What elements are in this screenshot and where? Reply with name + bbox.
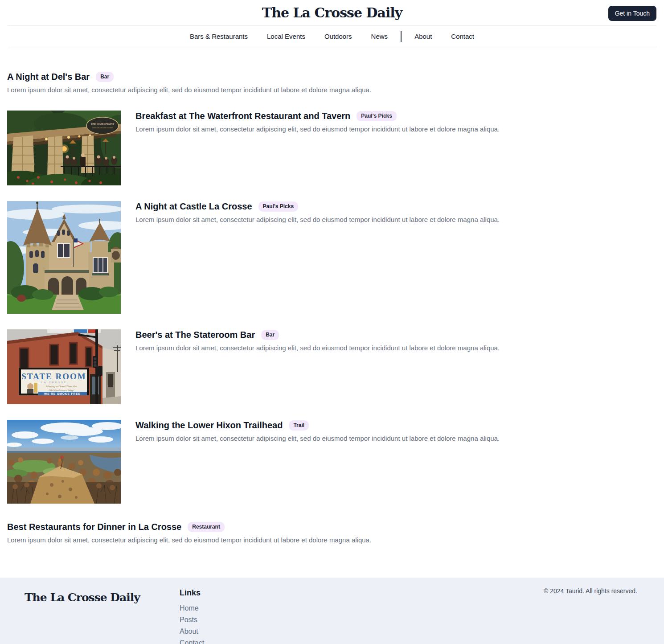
nav-item-bars-restaurants[interactable]: Bars & Restaurants — [190, 33, 248, 40]
footer-link-home[interactable]: Home — [180, 604, 199, 612]
site-footer: The La Crosse Daily Links Home Posts Abo… — [0, 578, 664, 644]
post-title[interactable]: Breakfast at The Waterfront Restaurant a… — [135, 111, 350, 121]
post-excerpt: Lorem ipsum dolor sit amet, consectetur … — [7, 535, 657, 545]
footer-link-about[interactable]: About — [180, 628, 198, 635]
nav-item-outdoors[interactable]: Outdoors — [324, 33, 352, 40]
site-header: The La Crosse Daily Get in Touch — [0, 0, 664, 25]
post-category-badge[interactable]: Bar — [261, 330, 279, 340]
post-card: A Night at Castle La Crosse Paul's Picks… — [7, 201, 657, 314]
nav-item-contact[interactable]: Contact — [451, 33, 474, 40]
post-title[interactable]: A Night at Castle La Crosse — [135, 201, 252, 212]
svg-text:LA CROSSE: LA CROSSE — [41, 381, 67, 384]
post-card: STATE ROOM LA CROSSE Having a Good Time … — [7, 329, 657, 404]
site-logo[interactable]: The La Crosse Daily — [262, 5, 402, 21]
post-image-waterfront-patio[interactable]: THE WATERFRONT RESTAURANT AND TAVERN — [7, 111, 121, 185]
post-image-hixon-overlook[interactable] — [7, 420, 121, 504]
footer-copyright: © 2024 Taurid. All rights reserved. — [544, 587, 637, 595]
footer-link-posts[interactable]: Posts — [180, 616, 197, 623]
nav-item-about[interactable]: About — [414, 33, 432, 40]
svg-text:WE'RE SMOKE FREE: WE'RE SMOKE FREE — [44, 392, 81, 395]
post-title[interactable]: Beer's at The Stateroom Bar — [135, 329, 255, 340]
post-title[interactable]: A Night at Del's Bar — [7, 71, 90, 82]
svg-text:THE WATERFRONT: THE WATERFRONT — [91, 123, 115, 125]
get-in-touch-button[interactable]: Get in Touch — [608, 6, 656, 21]
post-image-castle[interactable] — [7, 201, 121, 314]
post-excerpt: Lorem ipsum dolor sit amet, consectetur … — [7, 85, 657, 95]
footer-links-title: Links — [180, 588, 204, 598]
post-category-badge[interactable]: Paul's Picks — [258, 201, 299, 212]
nav-item-news[interactable]: News — [371, 33, 388, 40]
nav-item-local-events[interactable]: Local Events — [267, 33, 305, 40]
posts-list: A Night at Del's Bar Bar Lorem ipsum dol… — [0, 47, 664, 578]
nav-divider — [401, 31, 402, 42]
svg-text:Having a Good Time the: Having a Good Time the — [46, 385, 77, 388]
post-category-badge[interactable]: Restaurant — [188, 522, 225, 532]
post-excerpt: Lorem ipsum dolor sit amet, consectetur … — [135, 343, 500, 353]
svg-text:RESTAURANT AND TAVERN: RESTAURANT AND TAVERN — [92, 127, 113, 129]
post-card: THE WATERFRONT RESTAURANT AND TAVERN — [7, 111, 657, 185]
post-excerpt: Lorem ipsum dolor sit amet, consectetur … — [135, 124, 500, 134]
main-nav: Bars & Restaurants Local Events Outdoors… — [0, 26, 664, 47]
svg-text:STATE ROOM: STATE ROOM — [21, 372, 86, 381]
post-title[interactable]: Walking the Lower Hixon Trailhead — [135, 420, 283, 431]
post-title[interactable]: Best Restaurants for Dinner in La Crosse — [7, 521, 181, 532]
post-card: Walking the Lower Hixon Trailhead Trail … — [7, 420, 657, 504]
post-excerpt: Lorem ipsum dolor sit amet, consectetur … — [135, 434, 500, 443]
post-excerpt: Lorem ipsum dolor sit amet, consectetur … — [135, 215, 500, 225]
footer-link-contact[interactable]: Contact — [180, 639, 204, 644]
post-category-badge[interactable]: Paul's Picks — [357, 111, 397, 121]
footer-logo[interactable]: The La Crosse Daily — [25, 591, 180, 604]
post-image-stateroom[interactable]: STATE ROOM LA CROSSE Having a Good Time … — [7, 329, 121, 404]
post-card: Best Restaurants for Dinner in La Crosse… — [7, 521, 657, 545]
post-category-badge[interactable]: Trail — [289, 420, 309, 431]
footer-links-block: Links Home Posts About Contact — [180, 588, 204, 644]
post-category-badge[interactable]: Bar — [96, 72, 114, 82]
post-card: A Night at Del's Bar Bar Lorem ipsum dol… — [7, 71, 657, 95]
